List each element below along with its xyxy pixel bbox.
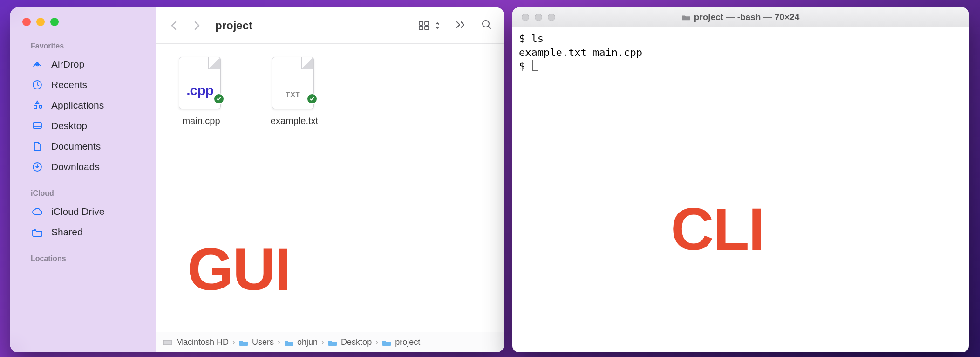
svg-rect-10 bbox=[163, 340, 172, 345]
file-item[interactable]: TXT example.txt bbox=[262, 57, 327, 126]
path-crumb[interactable]: ohjun bbox=[284, 337, 318, 347]
terminal-titlebar: project — -bash — 70×24 bbox=[512, 7, 969, 27]
svg-rect-6 bbox=[425, 21, 429, 25]
overlay-label-gui: GUI bbox=[187, 235, 291, 303]
sidebar-item-documents[interactable]: Documents bbox=[10, 136, 156, 157]
minimize-button[interactable] bbox=[535, 14, 542, 21]
sidebar-section-label: Favorites bbox=[10, 38, 156, 54]
sidebar-section-label: iCloud bbox=[10, 185, 156, 201]
path-separator-icon: › bbox=[232, 337, 235, 347]
sidebar-item-label: Shared bbox=[51, 227, 83, 238]
applications-icon bbox=[31, 100, 44, 111]
finder-sidebar: Favorites AirDrop Recents bbox=[10, 7, 156, 352]
sync-badge-icon bbox=[213, 93, 225, 104]
file-icon: TXT bbox=[272, 57, 317, 111]
close-button[interactable] bbox=[22, 18, 31, 26]
finder-window: Favorites AirDrop Recents bbox=[10, 7, 504, 352]
search-icon bbox=[481, 19, 493, 31]
folder-icon bbox=[328, 339, 337, 346]
path-crumb[interactable]: Macintosh HD bbox=[163, 337, 229, 347]
terminal-title-text: project — -bash — 70×24 bbox=[694, 12, 800, 22]
folder-icon bbox=[239, 339, 248, 346]
sidebar-item-label: Desktop bbox=[51, 120, 87, 131]
airdrop-icon bbox=[31, 59, 44, 70]
svg-rect-5 bbox=[419, 21, 423, 25]
terminal-window: project — -bash — 70×24 $ ls example.txt… bbox=[512, 7, 969, 352]
maximize-button[interactable] bbox=[548, 14, 555, 21]
path-crumb-label: Desktop bbox=[341, 337, 372, 347]
folder-icon bbox=[682, 14, 690, 21]
file-item[interactable]: .cpp main.cpp bbox=[169, 57, 234, 126]
svg-rect-7 bbox=[419, 26, 423, 30]
sidebar-item-label: Downloads bbox=[51, 161, 100, 172]
sidebar-item-desktop[interactable]: Desktop bbox=[10, 116, 156, 136]
sidebar-item-icloud-drive[interactable]: iCloud Drive bbox=[10, 201, 156, 222]
path-crumb-label: ohjun bbox=[297, 337, 318, 347]
sidebar-item-label: Documents bbox=[51, 141, 101, 152]
sidebar-item-label: Recents bbox=[51, 79, 87, 90]
nav-forward-button[interactable] bbox=[189, 18, 204, 33]
toolbar-overflow-button[interactable] bbox=[455, 20, 467, 32]
terminal-cursor bbox=[532, 60, 538, 71]
window-traffic-lights bbox=[512, 14, 555, 21]
sidebar-item-label: Applications bbox=[51, 100, 104, 111]
downloads-icon bbox=[31, 161, 44, 172]
file-name: main.cpp bbox=[182, 116, 220, 126]
sidebar-item-recents[interactable]: Recents bbox=[10, 75, 156, 95]
sidebar-item-shared[interactable]: Shared bbox=[10, 222, 156, 242]
terminal-body[interactable]: $ ls example.txt main.cpp $ CLI bbox=[512, 27, 969, 352]
path-crumb[interactable]: Users bbox=[239, 337, 274, 347]
finder-toolbar: project bbox=[156, 7, 504, 44]
sidebar-item-label: iCloud Drive bbox=[51, 206, 104, 217]
close-button[interactable] bbox=[522, 14, 529, 21]
overlay-label-cli: CLI bbox=[671, 195, 764, 263]
sync-badge-icon bbox=[306, 93, 318, 104]
nav-back-button[interactable] bbox=[167, 18, 182, 33]
minimize-button[interactable] bbox=[36, 18, 45, 26]
file-name: example.txt bbox=[271, 116, 318, 126]
path-crumb[interactable]: project bbox=[382, 337, 420, 347]
path-separator-icon: › bbox=[278, 337, 280, 347]
files-area[interactable]: .cpp main.cpp TXT bbox=[156, 44, 504, 332]
folder-icon bbox=[284, 339, 293, 346]
sidebar-section-label: Locations bbox=[10, 251, 156, 267]
document-icon bbox=[31, 141, 44, 152]
path-crumb-label: Macintosh HD bbox=[176, 337, 229, 347]
path-bar[interactable]: Macintosh HD › Users › ohjun › Desktop ›… bbox=[156, 332, 504, 352]
maximize-button[interactable] bbox=[50, 18, 59, 26]
file-icon: .cpp bbox=[179, 57, 224, 111]
shared-folder-icon bbox=[31, 227, 44, 237]
finder-main: project bbox=[156, 7, 504, 352]
clock-icon bbox=[31, 79, 44, 90]
path-crumb[interactable]: Desktop bbox=[328, 337, 372, 347]
window-traffic-lights bbox=[10, 18, 156, 38]
desktop-icon bbox=[31, 120, 44, 131]
path-crumb-label: Users bbox=[252, 337, 274, 347]
svg-point-4 bbox=[34, 229, 36, 231]
path-crumb-label: project bbox=[395, 337, 420, 347]
cloud-icon bbox=[31, 206, 44, 217]
svg-rect-2 bbox=[33, 123, 41, 128]
view-mode-button[interactable] bbox=[418, 21, 441, 31]
path-separator-icon: › bbox=[375, 337, 378, 347]
sidebar-item-label: AirDrop bbox=[51, 59, 84, 70]
folder-icon bbox=[382, 339, 391, 346]
terminal-output: $ ls example.txt main.cpp $ bbox=[519, 32, 962, 73]
sidebar-item-downloads[interactable]: Downloads bbox=[10, 157, 156, 177]
chevron-updown-icon bbox=[434, 21, 441, 31]
path-separator-icon: › bbox=[321, 337, 324, 347]
folder-title: project bbox=[215, 19, 252, 32]
svg-rect-8 bbox=[425, 26, 429, 30]
harddrive-icon bbox=[163, 339, 172, 346]
sidebar-item-applications[interactable]: Applications bbox=[10, 95, 156, 116]
sidebar-item-airdrop[interactable]: AirDrop bbox=[10, 54, 156, 75]
search-button[interactable] bbox=[481, 19, 493, 33]
